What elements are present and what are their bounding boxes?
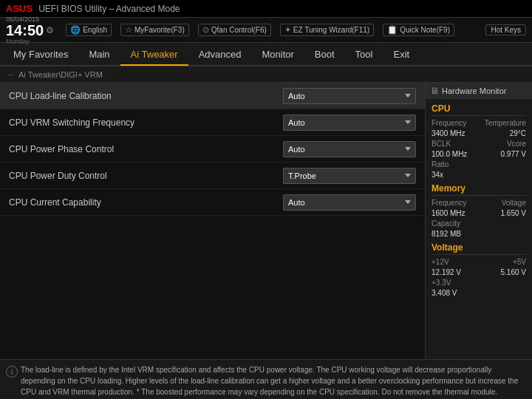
cpu-bclk-value: 100.0 MHz <box>432 150 467 158</box>
quicknote-label: Quick Note(F9) <box>400 26 450 34</box>
breadcrumb: ← Ai Tweaker\DIGI+ VRM <box>0 66 532 83</box>
cpu-loadline-dropdown[interactable]: Auto <box>283 88 416 104</box>
voltage-12v-row: +12V +5V <box>432 258 526 266</box>
fancontrol-button[interactable]: ⊙ Qfan Control(F6) <box>198 24 271 36</box>
current-cap-label: CPU Current Capability <box>9 197 283 208</box>
v12-label: +12V <box>432 258 449 266</box>
dropdown-arrow-icon <box>405 94 411 98</box>
hotkeys-button[interactable]: Hot Keys <box>485 24 526 35</box>
power-phase-dropdown[interactable]: Auto <box>283 141 416 157</box>
voltage-section-header: Voltage <box>432 242 526 255</box>
info-text: The load-line is defined by the Intel VR… <box>21 366 518 396</box>
content-area: CPU Load-line Calibration Auto CPU VRM S… <box>0 83 532 359</box>
v33-value: 3.408 V <box>432 289 457 297</box>
info-icon: i <box>6 366 18 378</box>
eztuning-label: EZ Tuning Wizard(F11) <box>293 26 369 34</box>
memory-section-header: Memory <box>432 183 526 196</box>
nav-aitweaker[interactable]: Ai Tweaker <box>120 44 188 66</box>
fancontrol-label: Qfan Control(F6) <box>211 26 267 34</box>
vrm-freq-selected: Auto <box>288 118 305 127</box>
cpu-ratio-row: Ratio <box>432 160 526 168</box>
nav-exit[interactable]: Exit <box>383 44 420 64</box>
mem-frequency-value: 1600 MHz <box>432 209 466 217</box>
current-cap-selected: Auto <box>288 198 305 207</box>
dropdown-arrow-icon <box>405 200 411 204</box>
dropdown-arrow-icon <box>405 120 411 124</box>
duty-control-value: T.Probe <box>283 168 416 184</box>
asus-logo: ASUS <box>6 3 33 14</box>
setting-row-duty-control: CPU Power Duty Control T.Probe <box>0 163 425 189</box>
mem-capacity-label: Capacity <box>432 219 460 228</box>
language-label: English <box>83 26 107 34</box>
mem-capacity-value: 8192 MB <box>432 230 461 238</box>
current-cap-value: Auto <box>283 194 416 211</box>
mem-frequency-row: Frequency Voltage <box>432 199 526 207</box>
dropdown-arrow-icon <box>405 174 411 177</box>
back-arrow-icon[interactable]: ← <box>7 70 16 79</box>
nav-advanced[interactable]: Advanced <box>188 44 252 64</box>
current-cap-dropdown[interactable]: Auto <box>283 194 416 211</box>
cpu-bclk-label: BCLK <box>432 140 451 148</box>
main-menu: My Favorites Main Ai Tweaker Advanced Mo… <box>0 43 532 66</box>
cpu-frequency-label: Frequency <box>432 119 466 127</box>
nav-main[interactable]: Main <box>78 44 120 64</box>
hardware-monitor-label: Hardware Monitor <box>442 86 506 95</box>
setting-row-vrm-freq: CPU VRM Switching Frequency Auto <box>0 109 425 136</box>
cpu-frequency-value: 3400 MHz <box>432 129 466 137</box>
duty-control-dropdown[interactable]: T.Probe <box>283 168 416 184</box>
tuning-icon: ✦ <box>284 25 291 35</box>
voltage-12v-value-row: 12.192 V 5.160 V <box>432 268 526 276</box>
v33-label: +3.3V <box>432 279 451 287</box>
cpu-ratio-value: 34x <box>432 171 443 179</box>
duty-control-label: CPU Power Duty Control <box>9 171 283 181</box>
favorite-icon: ☆ <box>125 25 132 35</box>
nav-myfavorites[interactable]: My Favorites <box>3 44 78 64</box>
vrm-freq-dropdown[interactable]: Auto <box>283 115 416 131</box>
monitor-icon: 🖥 <box>430 86 439 96</box>
v5-label: +5V <box>513 258 526 266</box>
nav-boot[interactable]: Boot <box>304 44 345 64</box>
cpu-loadline-value: Auto <box>283 88 416 104</box>
time-label: 14:50 <box>6 23 44 38</box>
myfavorite-button[interactable]: ☆ MyFavorite(F3) <box>120 24 189 36</box>
cpu-frequency-value-row: 3400 MHz 29°C <box>432 129 526 137</box>
myfavorite-label: MyFavorite(F3) <box>134 26 185 34</box>
nav-monitor[interactable]: Monitor <box>252 44 304 64</box>
mem-capacity-row: Capacity <box>432 219 526 228</box>
settings-panel: CPU Load-line Calibration Auto CPU VRM S… <box>0 83 425 359</box>
info-bar: 05/04/2015 14:50 ⚙ Monday 🌐 English ☆ My… <box>0 18 532 43</box>
title-bar: ASUS UEFI BIOS Utility – Advanced Mode <box>0 0 532 18</box>
duty-control-selected: T.Probe <box>288 171 316 180</box>
breadcrumb-path: Ai Tweaker\DIGI+ VRM <box>18 70 103 79</box>
dropdown-arrow-icon <box>405 147 411 151</box>
power-phase-value: Auto <box>283 141 416 157</box>
settings-gear-icon[interactable]: ⚙ <box>46 25 54 35</box>
hardware-monitor-title: 🖥 Hardware Monitor <box>426 83 532 99</box>
eztuning-button[interactable]: ✦ EZ Tuning Wizard(F11) <box>280 24 374 36</box>
cpu-temperature-label: Temperature <box>485 119 526 127</box>
voltage-33v-value-row: 3.408 V <box>432 289 526 297</box>
cpu-vcore-label: Vcore <box>507 140 526 148</box>
cpu-ratio-value-row: 34x <box>432 171 526 179</box>
quicknote-button[interactable]: 📋 Quick Note(F9) <box>383 24 454 36</box>
info-box: i The load-line is defined by the Intel … <box>0 359 532 399</box>
nav-tool[interactable]: Tool <box>345 44 383 64</box>
mem-frequency-value-row: 1600 MHz 1.650 V <box>432 209 526 217</box>
cpu-bclk-value-row: 100.0 MHz 0.977 V <box>432 150 526 158</box>
vrm-freq-label: CPU VRM Switching Frequency <box>9 117 283 128</box>
globe-icon: 🌐 <box>70 25 81 35</box>
cpu-vcore-value: 0.977 V <box>501 150 526 158</box>
mem-frequency-label: Frequency <box>432 199 466 207</box>
setting-row-cpu-loadline: CPU Load-line Calibration Auto <box>0 83 425 109</box>
fan-icon: ⊙ <box>202 25 209 35</box>
cpu-loadline-selected: Auto <box>288 92 305 100</box>
setting-row-power-phase: CPU Power Phase Control Auto <box>0 136 425 163</box>
cpu-section-header: CPU <box>432 103 526 116</box>
language-selector[interactable]: 🌐 English <box>66 24 112 36</box>
cpu-frequency-row: Frequency Temperature <box>432 119 526 127</box>
mem-voltage-label: Voltage <box>502 199 526 207</box>
setting-row-current-cap: CPU Current Capability Auto <box>0 189 425 216</box>
window-title: UEFI BIOS Utility – Advanced Mode <box>38 4 180 14</box>
power-phase-selected: Auto <box>288 145 305 154</box>
voltage-33v-row: +3.3V <box>432 279 526 287</box>
